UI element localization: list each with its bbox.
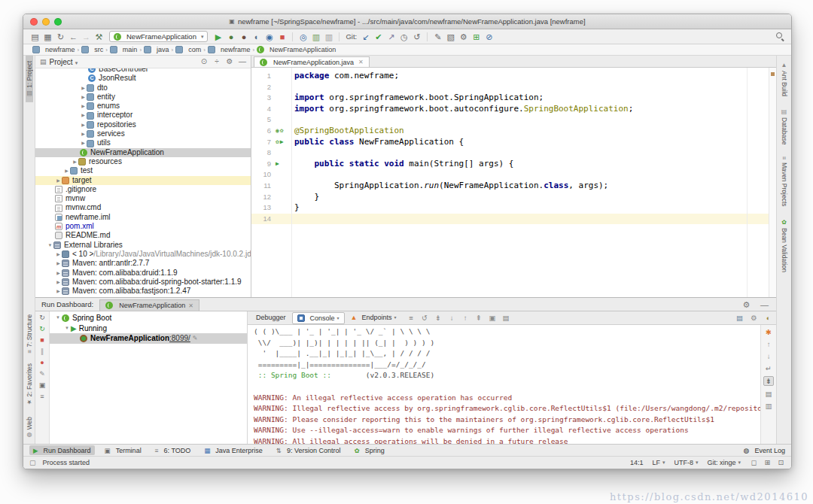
tree-item-utils[interactable]: ▶utils	[35, 138, 251, 147]
toolwindow-java-enterprise[interactable]: ▦Java Enterprise	[200, 445, 266, 455]
locate-icon[interactable]: ⊙	[200, 56, 208, 67]
editor-scrollbar[interactable]	[769, 68, 776, 297]
tree-item-readme-md[interactable]: README.md	[35, 231, 251, 240]
soft-wrap-icon[interactable]: ↵	[764, 364, 773, 372]
toolwindow-event-log[interactable]: ◍ Event Log	[744, 447, 785, 454]
hot-reload-icon[interactable]: ●	[38, 359, 47, 367]
tree-item-enums[interactable]: ▶enums	[35, 102, 251, 111]
editor-line[interactable]: 12 }	[251, 192, 776, 203]
editor-line[interactable]: 1package com.newframe;	[251, 71, 776, 82]
tree-item-services[interactable]: ▶services	[35, 129, 251, 138]
tree-item-mvnw[interactable]: mvnw	[35, 194, 251, 203]
rerun-failed-icon[interactable]: ↻	[38, 325, 47, 333]
toolwindow-spring[interactable]: ✿Spring	[351, 445, 388, 455]
stripe-tab-bean-validation[interactable]: ✿Bean Validation	[781, 213, 788, 278]
tree-item-dto[interactable]: ▶dto	[35, 83, 251, 93]
back-icon[interactable]: ←	[68, 32, 79, 42]
tree-item-test[interactable]: ▶test	[35, 166, 251, 175]
toolwindow-run-dashboard[interactable]: ▶Run Dashboard	[29, 445, 95, 455]
stop-icon[interactable]: ■	[276, 32, 288, 42]
sync-icon[interactable]: ↻	[55, 32, 66, 42]
line-ending-select[interactable]: LF	[652, 459, 665, 466]
git-branch-select[interactable]: Git: xinge	[707, 459, 741, 466]
tab-console[interactable]: Console▾	[292, 312, 345, 324]
editor-line[interactable]: 11 SpringApplication.run(NewFrameApplica…	[251, 181, 776, 192]
tab-debugger[interactable]: Debugger	[251, 312, 291, 323]
rerun-icon[interactable]: ↻	[38, 314, 47, 322]
expand-arrow-icon[interactable]: ▶	[55, 287, 62, 296]
stripe-tab-ant-build[interactable]: ▲Ant Build	[781, 56, 788, 102]
editor-line[interactable]: 14	[251, 214, 776, 225]
pause-icon[interactable]: ∥	[38, 348, 47, 356]
save-all-icon[interactable]: ▦	[42, 32, 53, 42]
collapse-all-icon[interactable]: ÷	[213, 56, 221, 67]
tree-item-newframeapplication[interactable]: NewFrameApplication	[35, 148, 251, 157]
tree-item-target[interactable]: ▶target	[35, 176, 251, 185]
editor-line[interactable]: 9▶ public static void main(String[] args…	[251, 159, 776, 170]
breadcrumb-item-com[interactable]: com	[175, 46, 201, 53]
spring-leaf-icon[interactable]: ✿	[280, 126, 284, 137]
edit-config-icon[interactable]: ✎	[432, 32, 443, 42]
editor-line[interactable]: 2	[251, 82, 776, 93]
toolwindow-terminal[interactable]: ▣Terminal	[101, 445, 145, 455]
git-update-icon[interactable]: ↙	[360, 32, 371, 42]
breadcrumb-item-newframeapplication[interactable]: NewFrameApplication	[257, 46, 336, 53]
tree-item-newframe-iml[interactable]: newframe.iml	[35, 213, 251, 222]
expand-arrow-icon[interactable]: ▶	[55, 176, 62, 185]
coverage-trace-icon[interactable]: ▥	[323, 32, 334, 42]
editor-line[interactable]: 7✿▶public class NewFrameApplication {	[251, 137, 776, 148]
stripe-tab-web[interactable]: ◍Web	[26, 411, 33, 444]
run-icon[interactable]: ▶	[212, 32, 224, 42]
breadcrumb-item-src[interactable]: src	[81, 46, 103, 53]
toolwindow-9-version-control[interactable]: ⇅9: Version Control	[273, 445, 345, 455]
editor-body[interactable]: 1package com.newframe;23import org.sprin…	[251, 68, 776, 297]
run-configuration-select[interactable]: NewFrameApplication	[109, 31, 208, 42]
project-structure-icon[interactable]: ▧	[445, 32, 456, 42]
tree-item-resources[interactable]: ▶resources	[35, 157, 251, 166]
prev-message-icon[interactable]: ↑	[764, 340, 773, 348]
breadcrumb-item-main[interactable]: main	[110, 46, 138, 53]
step-up-icon[interactable]: ⇞	[475, 313, 483, 323]
run-dashboard-item-running[interactable]: ▼▶Running	[50, 323, 247, 334]
git-push-icon[interactable]: ↗	[385, 32, 397, 42]
expand-arrow-icon[interactable]: ▶	[55, 250, 62, 259]
close-view-icon[interactable]: ◐	[764, 313, 772, 323]
rd-hide-icon[interactable]: —	[759, 299, 770, 310]
breadcrumb-item-java[interactable]: java	[144, 46, 169, 53]
tree-item-maven-com-alibaba-druid-1-1-9[interactable]: ▶Maven: com.alibaba:druid:1.1.9	[35, 269, 251, 278]
step-over-down-icon[interactable]: ⇟	[434, 313, 443, 323]
editor-line[interactable]: 8	[251, 147, 776, 159]
tab-newframeapplication-java[interactable]: NewFrameApplication.java ✕	[254, 56, 370, 67]
tree-item-mvnw-cmd[interactable]: mvnw.cmd	[35, 203, 251, 212]
console-output[interactable]: ( ( )\___ | '_ | '_| | '_ \/ _` | \ \ \ …	[248, 325, 760, 444]
console-settings-icon[interactable]: ⚙	[750, 313, 758, 323]
expand-arrow-icon[interactable]: ▶	[80, 129, 87, 138]
git-commit-icon[interactable]: ✔	[373, 32, 384, 42]
snapshot-icon[interactable]: ▣	[38, 381, 47, 390]
expand-arrow-icon[interactable]: ▶	[72, 157, 78, 166]
unlock-icon[interactable]: ◻	[750, 457, 758, 468]
expand-arrow-icon[interactable]: ▶	[80, 138, 87, 147]
profiler-icon[interactable]: ◐	[251, 32, 262, 42]
search-everywhere-icon[interactable]: ◎	[297, 32, 309, 42]
run-dashboard-item-spring-boot[interactable]: ▼Spring Boot	[50, 313, 247, 323]
editor-line[interactable]: 6◉✿@SpringBootApplication	[251, 126, 776, 137]
run-gutter-icon[interactable]: ▶	[280, 137, 284, 148]
tree-item-maven-com-alibaba-druid-spring-boot-starter-1-1-9[interactable]: ▶Maven: com.alibaba:druid-spring-boot-st…	[35, 278, 251, 287]
indexing-icon[interactable]: ⊞	[763, 457, 772, 468]
console-layout-icon[interactable]: ▤	[502, 313, 510, 323]
editor-line[interactable]: 13}	[251, 202, 776, 214]
tree-item-gitignore[interactable]: .gitignore	[35, 185, 251, 194]
tree-item-maven-antlr-antlr-2-7-7[interactable]: ▶Maven: antlr:antlr:2.7.7	[35, 259, 251, 268]
title-bar[interactable]: ▣ newframe [~/SpringSpace/newframe] - ..…	[23, 14, 791, 29]
local-history-icon[interactable]: ◷	[398, 32, 410, 42]
tree-item-external-libraries[interactable]: ▼External Libraries	[35, 241, 251, 250]
build-hammer-icon[interactable]: ⚒	[93, 32, 105, 42]
expand-arrow-icon[interactable]: ▼	[63, 323, 71, 334]
expand-arrow-icon[interactable]: ▶	[80, 93, 87, 102]
close-tab-icon[interactable]: ✕	[188, 302, 193, 309]
spring-boot-badge-icon[interactable]: ✱	[764, 328, 773, 336]
expand-arrow-icon[interactable]: ▶	[55, 278, 62, 287]
down-stack-icon[interactable]: ↓	[448, 313, 456, 323]
expand-arrow-icon[interactable]: ▶	[80, 102, 87, 111]
